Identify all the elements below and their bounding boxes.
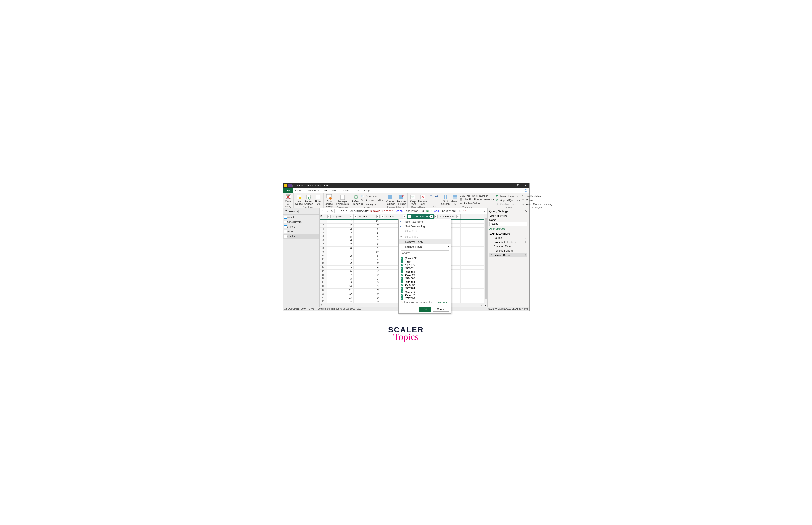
filter-value-item[interactable]: ✓4537284 bbox=[401, 287, 449, 290]
combine-files-link[interactable]: 🗎Combine Files bbox=[496, 202, 520, 206]
sort-asc-button[interactable]: A↓ bbox=[430, 194, 434, 198]
filter-value-item[interactable]: ✓4518389 bbox=[401, 270, 449, 273]
formula-expand-icon[interactable]: ⌄ bbox=[482, 209, 486, 212]
sort-ascending-item[interactable]: A↓Sort Ascending bbox=[399, 219, 451, 224]
menu-view[interactable]: View bbox=[341, 188, 351, 193]
query-name-input[interactable] bbox=[490, 222, 527, 226]
first-row-headers-link[interactable]: ▦Use First Row as Headers ▾ bbox=[460, 198, 494, 201]
sort-desc-button[interactable]: Z↓ bbox=[435, 194, 439, 198]
maximize-button[interactable]: ☐ bbox=[517, 184, 520, 187]
column-filter-dropdown[interactable]: ▾ bbox=[349, 215, 353, 218]
all-properties-link[interactable]: All Properties bbox=[490, 226, 527, 231]
replace-values-link[interactable]: ↔Replace Values bbox=[460, 202, 494, 206]
number-filters-item[interactable]: Number Filters▸ bbox=[399, 244, 451, 249]
filter-value-item[interactable]: ✓4536637 bbox=[401, 283, 449, 287]
applied-steps-header: APPLIED STEPS bbox=[490, 231, 527, 236]
keep-rows-button[interactable]: Keep Rows bbox=[408, 194, 417, 206]
column-type-dropdown[interactable]: ▾ bbox=[327, 215, 331, 218]
column-filter-dropdown[interactable]: ▾ bbox=[376, 215, 380, 218]
load-more-link[interactable]: Load more bbox=[437, 301, 449, 303]
applied-step[interactable]: Changed Type bbox=[490, 244, 527, 249]
close-window-button[interactable]: ✕ bbox=[524, 184, 526, 187]
applied-step[interactable]: Source⚙ bbox=[490, 236, 527, 240]
menu-add-column[interactable]: Add Column bbox=[321, 188, 341, 193]
queries-collapse-icon[interactable]: ‹ bbox=[317, 210, 318, 213]
filter-value-item[interactable]: ✓4500021 bbox=[401, 267, 449, 270]
merge-queries-link[interactable]: ⬒Merge Queries ▾ bbox=[496, 194, 520, 198]
filter-ok-button[interactable]: OK bbox=[420, 307, 432, 312]
collapse-ribbon-icon[interactable]: ^ ⓘ bbox=[521, 188, 529, 193]
azure-ml-link[interactable]: △Azure Machine Learning bbox=[522, 202, 552, 206]
applied-step[interactable]: ✕Filtered Rows⚙ bbox=[490, 253, 527, 257]
column-header-milliseconds[interactable]: ▾1²₃ milliseconds▾ bbox=[407, 214, 434, 219]
text-analytics-link[interactable]: ≡Text Analytics bbox=[522, 194, 552, 198]
filter-null-item[interactable]: ✓(null) bbox=[401, 260, 449, 263]
query-properties-link[interactable]: 📄Properties bbox=[361, 194, 383, 198]
fx-icon[interactable]: fx bbox=[331, 209, 333, 212]
manage-parameters-button[interactable]: Manage Parameters bbox=[336, 194, 349, 206]
append-queries-link[interactable]: ⊕Append Queries ▾ bbox=[496, 198, 520, 202]
column-type-dropdown[interactable]: ▾ bbox=[408, 215, 411, 218]
filter-select-all[interactable]: ✓(Select All) bbox=[401, 257, 449, 260]
vision-link[interactable]: 👁Vision bbox=[522, 198, 552, 202]
filter-cancel-button[interactable]: Cancel bbox=[433, 307, 449, 312]
column-type-dropdown[interactable]: ▾ bbox=[434, 215, 438, 218]
step-settings-icon[interactable]: ⚙ bbox=[524, 254, 526, 256]
step-settings-icon[interactable]: ⚙ bbox=[524, 236, 526, 239]
split-column-button[interactable]: Split Column bbox=[441, 194, 450, 206]
query-item-constructors[interactable]: constructors bbox=[283, 220, 319, 224]
manage-query-link[interactable]: ▦Manage ▾ bbox=[361, 202, 383, 206]
close-apply-button[interactable]: Close & Apply bbox=[284, 194, 292, 208]
choose-columns-button[interactable]: Choose Columns bbox=[385, 194, 395, 206]
column-header-time[interactable]: ▾Aᴮc time▾ bbox=[380, 214, 407, 219]
new-source-button[interactable]: New Source bbox=[295, 194, 303, 206]
data-type-link[interactable]: Data Type: Whole Number ▾ bbox=[460, 194, 494, 197]
data-source-settings-button[interactable]: Data source settings bbox=[325, 194, 333, 208]
refresh-preview-button[interactable]: Refresh Preview bbox=[351, 194, 361, 206]
column-filter-dropdown[interactable]: ▾ bbox=[430, 215, 433, 218]
delete-step-icon[interactable]: ✕ bbox=[491, 254, 492, 256]
group-by-button[interactable]: Group By bbox=[451, 194, 459, 206]
enter-data-button[interactable]: Enter Data bbox=[314, 194, 322, 206]
advanced-editor-link[interactable]: ✎Advanced Editor bbox=[361, 198, 383, 202]
formula-input[interactable]: = Table.SelectRows(#"Removed Errors", ea… bbox=[334, 209, 481, 213]
filter-value-item[interactable]: ✓4537970 bbox=[401, 290, 449, 294]
filter-value-item[interactable]: ✓4524020 bbox=[401, 273, 449, 277]
column-type-dropdown[interactable]: ▾ bbox=[381, 215, 384, 218]
formula-commit-icon[interactable]: ✓ bbox=[326, 209, 330, 212]
menu-help[interactable]: Help bbox=[362, 188, 372, 193]
filter-value-item[interactable]: ✓4564577 bbox=[401, 294, 449, 297]
filter-value-item[interactable]: ✓4491975 bbox=[401, 263, 449, 267]
column-filter-dropdown[interactable]: ▾ bbox=[456, 215, 460, 218]
column-header-fastestLap[interactable]: ▾1²₃ fastestLap▾ bbox=[434, 214, 461, 219]
applied-step[interactable]: Removed Errors bbox=[490, 249, 527, 253]
query-item-results[interactable]: results bbox=[283, 234, 319, 239]
query-item-races[interactable]: races bbox=[283, 229, 319, 234]
filter-value-item[interactable]: ✓4717806 bbox=[401, 297, 449, 300]
minimize-button[interactable]: — bbox=[510, 184, 512, 187]
column-filter-dropdown[interactable]: ▾ bbox=[403, 215, 406, 218]
step-settings-icon[interactable]: ⚙ bbox=[524, 241, 526, 243]
column-header-points[interactable]: ▾1²₃ points▾ bbox=[327, 214, 354, 219]
close-settings-icon[interactable]: ✕ bbox=[525, 210, 527, 213]
menu-home[interactable]: Home bbox=[293, 188, 304, 193]
menu-transform[interactable]: Transform bbox=[305, 188, 321, 193]
applied-step[interactable]: Promoted Headers⚙ bbox=[490, 240, 527, 244]
sort-descending-item[interactable]: Z↓Sort Descending bbox=[399, 224, 451, 229]
menu-file[interactable]: File bbox=[283, 188, 293, 193]
menu-tools[interactable]: Tools bbox=[351, 188, 362, 193]
append-icon: ⊕ bbox=[496, 199, 499, 202]
filter-value-item[interactable]: ✓4534384 bbox=[401, 280, 449, 283]
formula-cancel-icon[interactable]: ✕ bbox=[321, 209, 325, 212]
filter-value-item[interactable]: ✓4524660 bbox=[401, 277, 449, 280]
column-header-laps[interactable]: ▾1²₃ laps▾ bbox=[354, 214, 380, 219]
filter-search-input[interactable] bbox=[401, 251, 449, 255]
recent-sources-button[interactable]: Recent Sources bbox=[304, 194, 314, 206]
query-item-circuits[interactable]: circuits bbox=[283, 215, 319, 220]
remove-columns-button[interactable]: Remove Columns bbox=[396, 194, 406, 206]
remove-rows-button[interactable]: Remove Rows bbox=[418, 194, 427, 206]
vertical-scrollbar[interactable]: ⌃ ⌄ bbox=[484, 214, 487, 306]
query-item-drivers[interactable]: drivers bbox=[283, 224, 319, 229]
remove-empty-item[interactable]: Remove Empty bbox=[399, 239, 451, 244]
column-type-dropdown[interactable]: ▾ bbox=[354, 215, 357, 218]
